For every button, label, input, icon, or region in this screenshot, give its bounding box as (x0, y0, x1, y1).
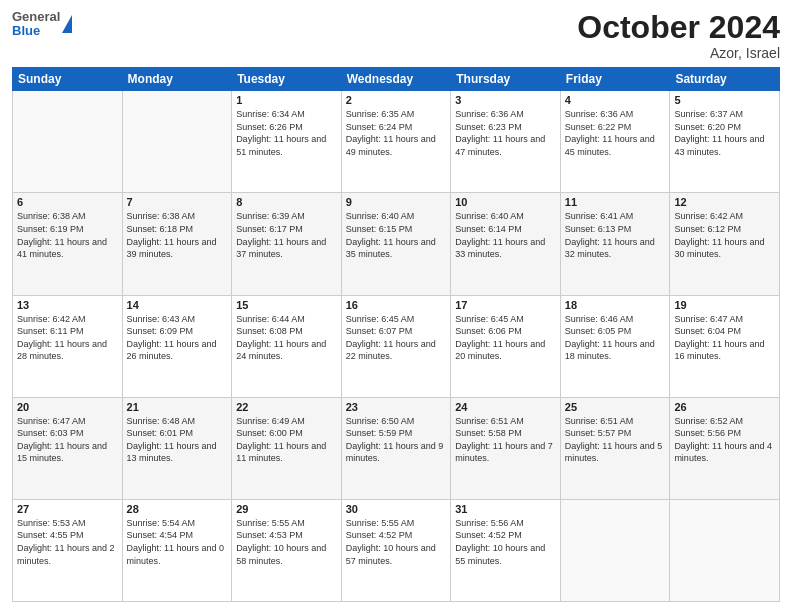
day-number: 11 (565, 196, 666, 208)
day-info: Sunrise: 5:54 AMSunset: 4:54 PMDaylight:… (127, 517, 228, 567)
table-row: 31Sunrise: 5:56 AMSunset: 4:52 PMDayligh… (451, 499, 561, 601)
day-number: 13 (17, 299, 118, 311)
day-info: Sunrise: 6:35 AMSunset: 6:24 PMDaylight:… (346, 108, 447, 158)
day-number: 27 (17, 503, 118, 515)
day-number: 2 (346, 94, 447, 106)
day-number: 24 (455, 401, 556, 413)
table-row: 20Sunrise: 6:47 AMSunset: 6:03 PMDayligh… (13, 397, 123, 499)
day-number: 6 (17, 196, 118, 208)
day-info: Sunrise: 6:39 AMSunset: 6:17 PMDaylight:… (236, 210, 337, 260)
table-row (13, 91, 123, 193)
day-number: 16 (346, 299, 447, 311)
day-number: 4 (565, 94, 666, 106)
calendar-week-row: 20Sunrise: 6:47 AMSunset: 6:03 PMDayligh… (13, 397, 780, 499)
logo-blue: Blue (12, 24, 60, 38)
day-number: 12 (674, 196, 775, 208)
table-row: 17Sunrise: 6:45 AMSunset: 6:06 PMDayligh… (451, 295, 561, 397)
day-number: 28 (127, 503, 228, 515)
table-row: 9Sunrise: 6:40 AMSunset: 6:15 PMDaylight… (341, 193, 451, 295)
day-number: 10 (455, 196, 556, 208)
calendar-week-row: 1Sunrise: 6:34 AMSunset: 6:26 PMDaylight… (13, 91, 780, 193)
calendar-header-row: Sunday Monday Tuesday Wednesday Thursday… (13, 68, 780, 91)
day-number: 15 (236, 299, 337, 311)
day-info: Sunrise: 6:38 AMSunset: 6:18 PMDaylight:… (127, 210, 228, 260)
day-info: Sunrise: 6:42 AMSunset: 6:11 PMDaylight:… (17, 313, 118, 363)
calendar-week-row: 27Sunrise: 5:53 AMSunset: 4:55 PMDayligh… (13, 499, 780, 601)
day-info: Sunrise: 5:55 AMSunset: 4:53 PMDaylight:… (236, 517, 337, 567)
col-wednesday: Wednesday (341, 68, 451, 91)
table-row (670, 499, 780, 601)
calendar-week-row: 13Sunrise: 6:42 AMSunset: 6:11 PMDayligh… (13, 295, 780, 397)
table-row: 18Sunrise: 6:46 AMSunset: 6:05 PMDayligh… (560, 295, 670, 397)
day-info: Sunrise: 6:52 AMSunset: 5:56 PMDaylight:… (674, 415, 775, 465)
logo-general: General (12, 10, 60, 24)
day-info: Sunrise: 6:42 AMSunset: 6:12 PMDaylight:… (674, 210, 775, 260)
day-number: 18 (565, 299, 666, 311)
title-block: October 2024 Azor, Israel (577, 10, 780, 61)
day-info: Sunrise: 6:38 AMSunset: 6:19 PMDaylight:… (17, 210, 118, 260)
table-row: 22Sunrise: 6:49 AMSunset: 6:00 PMDayligh… (232, 397, 342, 499)
table-row (560, 499, 670, 601)
table-row: 21Sunrise: 6:48 AMSunset: 6:01 PMDayligh… (122, 397, 232, 499)
page-header: General Blue October 2024 Azor, Israel (12, 10, 780, 61)
day-info: Sunrise: 6:46 AMSunset: 6:05 PMDaylight:… (565, 313, 666, 363)
table-row: 23Sunrise: 6:50 AMSunset: 5:59 PMDayligh… (341, 397, 451, 499)
table-row: 11Sunrise: 6:41 AMSunset: 6:13 PMDayligh… (560, 193, 670, 295)
day-number: 19 (674, 299, 775, 311)
table-row: 26Sunrise: 6:52 AMSunset: 5:56 PMDayligh… (670, 397, 780, 499)
day-number: 29 (236, 503, 337, 515)
table-row: 1Sunrise: 6:34 AMSunset: 6:26 PMDaylight… (232, 91, 342, 193)
table-row: 28Sunrise: 5:54 AMSunset: 4:54 PMDayligh… (122, 499, 232, 601)
day-info: Sunrise: 6:36 AMSunset: 6:22 PMDaylight:… (565, 108, 666, 158)
day-info: Sunrise: 6:50 AMSunset: 5:59 PMDaylight:… (346, 415, 447, 465)
table-row: 7Sunrise: 6:38 AMSunset: 6:18 PMDaylight… (122, 193, 232, 295)
logo: General Blue (12, 10, 72, 39)
day-number: 26 (674, 401, 775, 413)
day-info: Sunrise: 5:55 AMSunset: 4:52 PMDaylight:… (346, 517, 447, 567)
day-info: Sunrise: 6:43 AMSunset: 6:09 PMDaylight:… (127, 313, 228, 363)
col-friday: Friday (560, 68, 670, 91)
day-number: 20 (17, 401, 118, 413)
table-row: 3Sunrise: 6:36 AMSunset: 6:23 PMDaylight… (451, 91, 561, 193)
table-row: 25Sunrise: 6:51 AMSunset: 5:57 PMDayligh… (560, 397, 670, 499)
col-monday: Monday (122, 68, 232, 91)
page-subtitle: Azor, Israel (577, 45, 780, 61)
day-info: Sunrise: 6:45 AMSunset: 6:07 PMDaylight:… (346, 313, 447, 363)
day-number: 22 (236, 401, 337, 413)
day-number: 7 (127, 196, 228, 208)
table-row: 5Sunrise: 6:37 AMSunset: 6:20 PMDaylight… (670, 91, 780, 193)
table-row: 6Sunrise: 6:38 AMSunset: 6:19 PMDaylight… (13, 193, 123, 295)
table-row: 29Sunrise: 5:55 AMSunset: 4:53 PMDayligh… (232, 499, 342, 601)
day-number: 31 (455, 503, 556, 515)
day-number: 23 (346, 401, 447, 413)
day-info: Sunrise: 6:44 AMSunset: 6:08 PMDaylight:… (236, 313, 337, 363)
calendar-table: Sunday Monday Tuesday Wednesday Thursday… (12, 67, 780, 602)
col-tuesday: Tuesday (232, 68, 342, 91)
day-info: Sunrise: 6:34 AMSunset: 6:26 PMDaylight:… (236, 108, 337, 158)
logo-text: General Blue (12, 10, 60, 39)
day-number: 1 (236, 94, 337, 106)
day-info: Sunrise: 6:45 AMSunset: 6:06 PMDaylight:… (455, 313, 556, 363)
day-info: Sunrise: 6:40 AMSunset: 6:15 PMDaylight:… (346, 210, 447, 260)
page-container: General Blue October 2024 Azor, Israel S… (0, 0, 792, 612)
day-info: Sunrise: 6:49 AMSunset: 6:00 PMDaylight:… (236, 415, 337, 465)
logo-triangle-icon (62, 15, 72, 33)
table-row: 12Sunrise: 6:42 AMSunset: 6:12 PMDayligh… (670, 193, 780, 295)
day-number: 9 (346, 196, 447, 208)
day-info: Sunrise: 6:40 AMSunset: 6:14 PMDaylight:… (455, 210, 556, 260)
calendar-week-row: 6Sunrise: 6:38 AMSunset: 6:19 PMDaylight… (13, 193, 780, 295)
day-info: Sunrise: 6:36 AMSunset: 6:23 PMDaylight:… (455, 108, 556, 158)
day-info: Sunrise: 6:47 AMSunset: 6:03 PMDaylight:… (17, 415, 118, 465)
table-row: 15Sunrise: 6:44 AMSunset: 6:08 PMDayligh… (232, 295, 342, 397)
day-info: Sunrise: 6:51 AMSunset: 5:58 PMDaylight:… (455, 415, 556, 465)
day-number: 5 (674, 94, 775, 106)
col-thursday: Thursday (451, 68, 561, 91)
day-info: Sunrise: 6:51 AMSunset: 5:57 PMDaylight:… (565, 415, 666, 465)
day-number: 25 (565, 401, 666, 413)
table-row: 27Sunrise: 5:53 AMSunset: 4:55 PMDayligh… (13, 499, 123, 601)
table-row: 8Sunrise: 6:39 AMSunset: 6:17 PMDaylight… (232, 193, 342, 295)
day-number: 8 (236, 196, 337, 208)
day-info: Sunrise: 6:48 AMSunset: 6:01 PMDaylight:… (127, 415, 228, 465)
day-number: 17 (455, 299, 556, 311)
day-info: Sunrise: 5:56 AMSunset: 4:52 PMDaylight:… (455, 517, 556, 567)
